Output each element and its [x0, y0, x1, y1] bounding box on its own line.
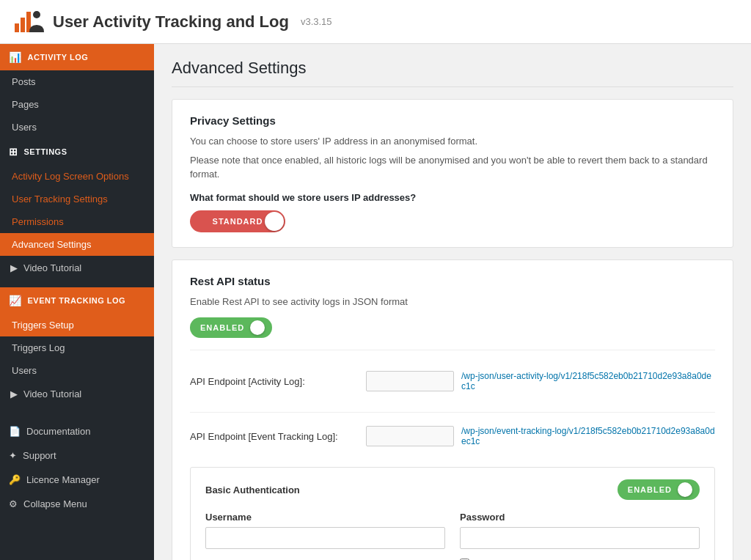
settings-section-header: ⊞ SETTINGS — [0, 139, 154, 165]
event-tracking-section-header: 📈 EVENT TRACKING LOG — [0, 287, 154, 314]
collapse-icon: ⚙ — [9, 498, 18, 509]
api-endpoint-activity: API Endpoint [Activity Log]: /wp-json/us… — [190, 371, 715, 402]
documentation-icon: 📄 — [9, 426, 21, 437]
sidebar-item-user-tracking-settings[interactable]: User Tracking Settings — [0, 188, 154, 210]
support-icon: ✦ — [9, 450, 17, 461]
api-endpoint-activity-row: API Endpoint [Activity Log]: /wp-json/us… — [190, 350, 715, 402]
api-endpoint-event-row: API Endpoint [Event Tracking Log]: /wp-j… — [190, 412, 715, 457]
privacy-title: Privacy Settings — [190, 114, 715, 127]
rest-api-card: Rest API status Enable Rest API to see a… — [172, 259, 733, 561]
basic-auth-toggle-circle — [678, 482, 692, 497]
app-logo — [12, 6, 44, 38]
sidebar-item-licence-manager[interactable]: 🔑 Licence Manager — [0, 468, 154, 492]
basic-auth-toggle-label: ENABLED — [628, 485, 672, 494]
sidebar-item-users[interactable]: Users — [0, 116, 154, 139]
sidebar-item-collapse-menu[interactable]: ⚙ Collapse Menu — [0, 492, 154, 516]
privacy-desc-1: You can choose to store users' IP addres… — [190, 134, 715, 149]
app-version: v3.3.15 — [301, 16, 332, 27]
activity-log-section-header: 📊 ACTIVITY LOG — [0, 44, 154, 70]
password-input[interactable] — [460, 527, 700, 549]
api-event-input[interactable] — [366, 426, 454, 446]
main-content: Advanced Settings Privacy Settings You c… — [154, 44, 751, 560]
api-activity-input[interactable] — [366, 371, 454, 391]
sidebar-item-activity-log-screen-options[interactable]: Activity Log Screen Options — [0, 165, 154, 188]
layout: 📊 ACTIVITY LOG Posts Pages Users ⊞ SETTI… — [0, 44, 751, 560]
api-activity-link[interactable]: /wp-json/user-activity-log/v1/218f5c582e… — [461, 371, 715, 391]
privacy-question: What format should we store users IP add… — [190, 192, 715, 203]
rest-api-toggle-label: ENABLED — [200, 323, 244, 332]
header: User Activity Tracking and Log v3.3.15 — [0, 0, 751, 44]
ip-format-toggle[interactable]: STANDARD — [190, 210, 285, 232]
basic-auth-title: Basic Authentication — [205, 485, 300, 495]
licence-icon: 🔑 — [9, 474, 21, 485]
sidebar-item-triggers-log[interactable]: Triggers Log — [0, 336, 154, 359]
ip-format-toggle-circle — [265, 212, 284, 231]
basic-auth-fields: Username Password Show Password — [205, 512, 700, 560]
username-input[interactable] — [205, 527, 445, 549]
sidebar-item-permissions[interactable]: Permissions — [0, 210, 154, 233]
sidebar-item-event-users[interactable]: Users — [0, 359, 154, 382]
sidebar-video-tutorial-1[interactable]: ▶ Video Tutorial — [0, 256, 154, 280]
event-tracking-icon: 📈 — [9, 295, 22, 306]
page-title: Advanced Settings — [172, 59, 733, 87]
sidebar-bottom: 📄 Documentation ✦ Support 🔑 Licence Mana… — [0, 419, 154, 516]
privacy-desc-2: Please note that once enabled, all histo… — [190, 153, 715, 182]
video-icon-1: ▶ — [10, 262, 18, 273]
sidebar-item-triggers-setup[interactable]: Triggers Setup — [0, 314, 154, 336]
sidebar-video-tutorial-2[interactable]: ▶ Video Tutorial — [0, 382, 154, 406]
api-event-link[interactable]: /wp-json/event-tracking-log/v1/218f5c582… — [461, 426, 715, 446]
username-label: Username — [205, 512, 445, 523]
rest-api-title: Rest API status — [190, 275, 715, 287]
api-endpoint-event: API Endpoint [Event Tracking Log]: /wp-j… — [190, 426, 715, 457]
sidebar: 📊 ACTIVITY LOG Posts Pages Users ⊞ SETTI… — [0, 44, 154, 560]
sidebar-item-documentation[interactable]: 📄 Documentation — [0, 419, 154, 443]
rest-api-toggle[interactable]: ENABLED — [190, 317, 272, 338]
basic-auth-header: Basic Authentication ENABLED — [205, 479, 700, 500]
rest-api-desc: Enable Rest API to see activity logs in … — [190, 295, 715, 309]
settings-icon: ⊞ — [9, 146, 18, 158]
username-field-group: Username — [205, 512, 445, 560]
sidebar-item-pages[interactable]: Pages — [0, 93, 154, 116]
svg-rect-0 — [15, 23, 19, 32]
svg-point-3 — [33, 11, 40, 18]
password-label: Password — [460, 512, 700, 523]
sidebar-item-advanced-settings[interactable]: Advanced Settings — [0, 233, 154, 256]
basic-auth-card: Basic Authentication ENABLED Username Pa… — [190, 467, 715, 560]
sidebar-item-posts[interactable]: Posts — [0, 70, 154, 93]
api-activity-label: API Endpoint [Activity Log]: — [190, 376, 359, 387]
video-icon-2: ▶ — [10, 388, 18, 399]
password-field-group: Password Show Password — [460, 512, 700, 560]
rest-api-toggle-circle — [250, 320, 265, 335]
basic-auth-toggle[interactable]: ENABLED — [618, 479, 700, 500]
api-event-label: API Endpoint [Event Tracking Log]: — [190, 431, 359, 442]
app-title: User Activity Tracking and Log — [53, 12, 289, 32]
ip-format-toggle-container: STANDARD — [190, 210, 715, 232]
privacy-settings-card: Privacy Settings You can choose to store… — [172, 99, 733, 248]
activity-log-icon: 📊 — [9, 51, 22, 63]
rest-api-toggle-row: ENABLED — [190, 317, 715, 338]
sidebar-item-support[interactable]: ✦ Support — [0, 443, 154, 468]
svg-rect-1 — [21, 18, 25, 32]
